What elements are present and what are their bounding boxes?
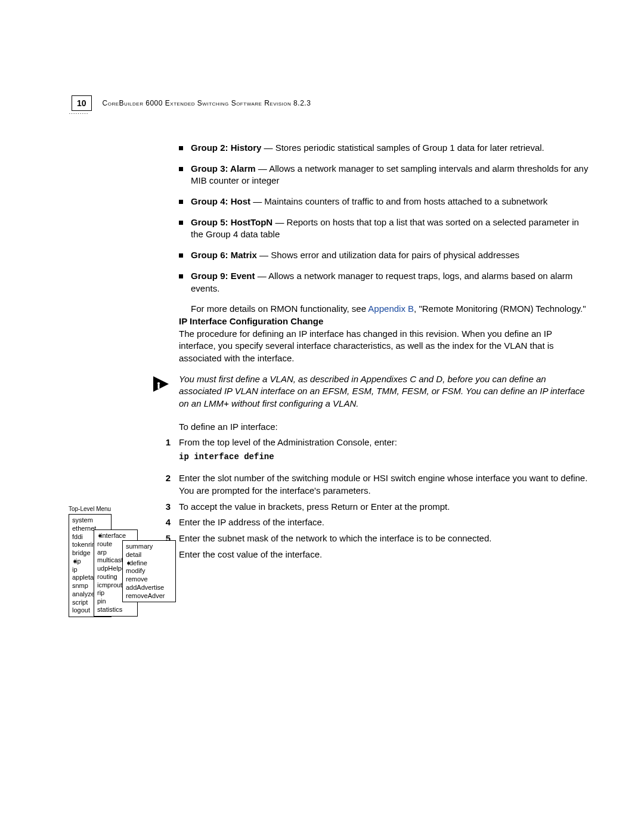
step-text: Enter the IP address of the interface. [179, 516, 590, 529]
list-item: Group 3: Alarm — Allows a network manage… [179, 163, 590, 187]
step-text: From the top level of the Administration… [179, 437, 397, 447]
menu-item: ➧interface [97, 532, 134, 540]
menu-item: ➧define [126, 559, 172, 568]
menu-box-3: summarydetail➧definemodifyremoveaddAdver… [122, 540, 176, 602]
menu-item: system [72, 516, 108, 525]
rmon-post: , "Remote Monitoring (RMON) Technology." [414, 304, 586, 314]
section-paragraph: The procedure for defining an IP interfa… [179, 328, 590, 365]
step-row: 6Enter the cost value of the interface. [179, 549, 590, 561]
command-text: ip interface define [179, 451, 590, 463]
list-item: Group 6: Matrix — Shows error and utiliz… [179, 249, 590, 262]
svg-point-1 [157, 382, 160, 385]
group-label: Group 9: Event [191, 271, 255, 281]
info-arrow-icon [152, 375, 170, 393]
group-label: Group 4: Host [191, 196, 250, 206]
step-number: 2 [157, 472, 171, 497]
list-item: Group 9: Event — Allows a network manage… [179, 270, 590, 295]
menu-item: summary [126, 543, 172, 551]
section-heading: IP Interface Configuration Change [179, 315, 590, 328]
group-list: Group 2: History — Stores periodic stati… [179, 142, 590, 295]
menu-item: remove [126, 575, 172, 584]
group-desc: — Maintains counters of traffic to and f… [250, 196, 547, 206]
menu-item: modify [126, 567, 172, 575]
group-label: Group 2: History [191, 143, 261, 153]
step-number: 4 [157, 516, 171, 529]
menu-item: addAdvertise [126, 584, 172, 592]
body-content: Group 2: History — Stores periodic stati… [179, 142, 590, 565]
list-item: Group 5: HostTopN — Reports on hosts tha… [179, 216, 590, 241]
menu-diagram: Top-Level Menu systemethernetfdditokenri… [69, 506, 173, 515]
group-desc: — Shows error and utilization data for p… [257, 250, 519, 260]
step-text: To accept the value in brackets, press R… [179, 501, 590, 513]
menu-item: statistics [97, 606, 134, 614]
page-header: 10 CoreBuilder 6000 Extended Switching S… [72, 95, 590, 111]
svg-marker-0 [153, 376, 169, 392]
group-label: Group 3: Alarm [191, 163, 256, 174]
step-row: 5Enter the subnet mask of the network to… [179, 532, 590, 545]
decorative-dots: ⋯⋯⋯ [69, 110, 88, 118]
svg-rect-2 [158, 385, 160, 389]
page-number: 10 [72, 95, 92, 111]
step-subtext: You are prompted for the interface's par… [179, 485, 590, 497]
note-text: You must first define a VLAN, as describ… [179, 373, 590, 410]
group-label: Group 5: HostTopN [191, 217, 273, 227]
menu-item: removeAdver [126, 592, 172, 600]
appendix-link[interactable]: Appendix B [368, 304, 414, 314]
list-item: Group 4: Host — Maintains counters of tr… [179, 196, 590, 208]
list-item: Group 2: History — Stores periodic stati… [179, 142, 590, 154]
step-text: Enter the subnet mask of the network to … [179, 532, 590, 545]
group-desc: — Stores periodic statistical samples of… [261, 143, 544, 153]
step-row: 4Enter the IP address of the interface. [179, 516, 590, 529]
menu-item: detail [126, 551, 172, 559]
rmon-pre: For more details on RMON functionality, … [191, 304, 368, 314]
running-title: CoreBuilder 6000 Extended Switching Soft… [103, 95, 311, 107]
step-row: 1 From the top level of the Administrati… [179, 436, 590, 469]
steps-intro: To define an IP interface: [179, 421, 590, 433]
step-text: Enter the cost value of the interface. [179, 549, 590, 561]
menu-title: Top-Level Menu [69, 506, 173, 513]
group-label: Group 6: Matrix [191, 250, 257, 260]
step-row: 2 Enter the slot number of the switching… [179, 472, 590, 497]
step-number: 1 [157, 436, 171, 469]
step-row: 3To accept the value in brackets, press … [179, 501, 590, 513]
rmon-paragraph: For more details on RMON functionality, … [179, 303, 590, 315]
note-block: You must first define a VLAN, as describ… [152, 373, 590, 410]
step-text: Enter the slot number of the switching m… [179, 473, 587, 483]
